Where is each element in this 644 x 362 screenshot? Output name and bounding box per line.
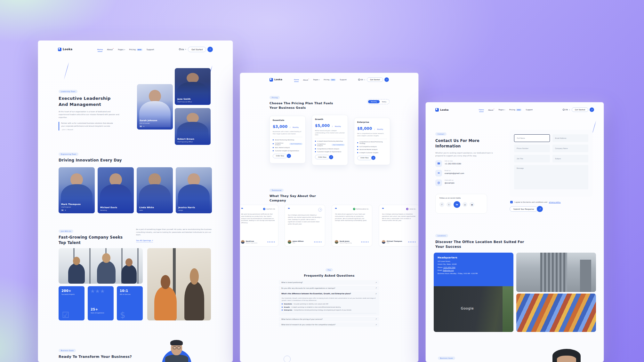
company-field[interactable] — [552, 145, 588, 152]
nav-item-pricing[interactable]: PricingNEW — [129, 48, 142, 51]
twitter-icon[interactable]: t — [447, 202, 451, 207]
nav-item-pages[interactable]: Pages▾ — [498, 109, 505, 111]
team-card[interactable]: Linda White Sales — [137, 167, 173, 213]
section-title: Choose The Pricing Plan That Fuels Your … — [270, 101, 340, 110]
order-now-button[interactable]: Order Now — [315, 155, 330, 159]
nav-item-about[interactable]: About* — [303, 78, 309, 81]
x-icon[interactable]: X — [143, 126, 144, 127]
nav-about-label: About — [488, 109, 493, 111]
linkedin-icon[interactable]: in — [61, 209, 64, 211]
arrow-circle-button[interactable]: ↗ — [287, 154, 291, 158]
toggle-monthly[interactable]: Monthly — [368, 100, 379, 103]
member-role: Chief Engineer — [61, 206, 81, 208]
agree-checkbox[interactable]: ✓ — [510, 201, 513, 203]
instagram-icon[interactable]: ◎ — [463, 202, 467, 207]
office-phone-link[interactable]: (123) 456-7890 — [443, 267, 455, 268]
member-role: Chief Financial Officer — [177, 101, 192, 103]
nav-item-pages[interactable]: Pages▾ — [313, 79, 320, 81]
full-name-field[interactable] — [514, 134, 550, 142]
submit-button[interactable]: Submit Your Response — [510, 206, 538, 212]
author-role: Head of Operations — [246, 242, 257, 244]
author-role: CEO — [293, 242, 303, 244]
globe-icon — [358, 79, 360, 81]
arrow-circle-button[interactable]: ↗ — [537, 206, 543, 212]
method-value[interactable]: @example — [445, 182, 455, 184]
team-card[interactable]: Jane Smith Chief Financial Officer — [175, 68, 211, 105]
quote-author: - John C. Maxwell — [61, 129, 116, 130]
faq-item[interactable]: What factors influence the pricing of yo… — [279, 317, 379, 321]
nav-item-support[interactable]: Support — [526, 109, 533, 111]
method-value[interactable]: +1-202-555-0190 — [445, 163, 461, 165]
nav-item-home[interactable]: Home — [97, 48, 103, 51]
carousel-arrow-button[interactable]: ↗ — [318, 208, 322, 212]
linkedin-icon[interactable]: in — [140, 125, 142, 127]
see-all-openings-link[interactable]: See All Openings ↗ — [136, 240, 153, 242]
faq-item-expanded[interactable]: What's the difference between the Essent… — [279, 291, 379, 296]
nav-item-home[interactable]: Home — [294, 79, 299, 81]
privacy-policy-link[interactable]: privacy policy. — [549, 201, 561, 203]
nav-item-pricing[interactable]: PricingNEW — [324, 79, 335, 81]
email-field[interactable] — [552, 134, 588, 142]
nav-item-support[interactable]: Support — [147, 48, 154, 51]
quote-icon: ❝ — [382, 208, 384, 211]
nav-item-about[interactable]: About* — [488, 108, 494, 111]
locations-header: Locations Discover The Office Location B… — [435, 232, 531, 249]
social-label: Follow us on social media — [439, 197, 483, 199]
dribbble-icon[interactable]: ◉ — [470, 202, 474, 207]
toggle-yearly[interactable]: Yearly — [380, 100, 389, 103]
stat-label: Years of Experience — [91, 312, 111, 314]
office-email-link[interactable]: fb@looka.com — [443, 270, 454, 271]
submit-row: Submit Your Response ↗ — [510, 206, 543, 212]
method-value[interactable]: example@gmail.com — [445, 172, 464, 174]
get-started-button[interactable]: Get Started — [188, 47, 206, 52]
answer-point-text: In-depth workshop to establish a clear a… — [291, 306, 341, 308]
logo[interactable]: Looka — [58, 48, 72, 51]
order-now-button[interactable]: Order Now — [357, 156, 372, 160]
faq-item[interactable]: What kind of research do you conduct for… — [279, 322, 379, 327]
get-started-button[interactable]: Get Started — [572, 107, 588, 112]
nav-item-support[interactable]: Support — [340, 79, 347, 81]
language-selector[interactable]: EN▾ — [179, 48, 186, 51]
subject-field[interactable] — [552, 155, 588, 162]
language-selector[interactable]: EN▾ — [563, 109, 570, 111]
facebook-icon[interactable]: f — [439, 202, 444, 207]
testimonials-header: Testimonial What They Say About Our Comp… — [270, 186, 321, 203]
nav-pages-label: Pages — [498, 109, 503, 111]
team-card[interactable]: Sarah Johnson CEO & Founder inX — [137, 84, 173, 130]
linkedin-icon[interactable]: in — [454, 201, 460, 208]
plan-name: Growth — [315, 118, 345, 120]
cta-person-photo — [161, 340, 193, 362]
navbar: Looka Home About* Pages▾ PricingNEW Supp… — [240, 73, 418, 86]
nav-item-pages[interactable]: Pages▾ — [118, 48, 125, 51]
logo[interactable]: Looka — [270, 78, 282, 82]
order-now-button[interactable]: Order Now — [273, 154, 287, 158]
arrow-circle-button[interactable]: ↗ — [384, 77, 389, 82]
testimonial-card: ❝ CCoe-Tech Ltd. We were facing operatio… — [240, 205, 278, 247]
nav-item-about[interactable]: About* — [107, 48, 114, 51]
x-icon[interactable]: X — [65, 209, 66, 211]
message-field[interactable] — [514, 165, 588, 189]
faq-item[interactable]: Do you offer any discounts for non-profi… — [279, 286, 379, 290]
arrow-circle-button[interactable]: ↗ — [329, 155, 333, 159]
nav-menu: Home About* Pages▾ PricingNEW Support — [294, 78, 347, 81]
arrow-circle-button[interactable]: ↗ — [590, 107, 594, 112]
team-card[interactable]: Jessica Harris Design — [176, 167, 212, 213]
nav-item-pricing[interactable]: PricingNEW — [509, 109, 522, 111]
faq-item[interactable]: What is brand positioning?↗ — [279, 280, 379, 285]
arrow-circle-button[interactable]: ↗ — [371, 156, 375, 160]
chevron-down-icon: ▾ — [124, 49, 125, 51]
rating-stars: ★★★★★ — [314, 241, 322, 243]
team-card[interactable]: Michael Davis Marketing — [98, 167, 134, 213]
team-card[interactable]: Robert Brown Chief Operating Officer — [175, 108, 211, 145]
billing-toggle[interactable]: Monthly Yearly — [367, 99, 390, 104]
team-card[interactable]: Mark Thompson Chief Engineer inX — [59, 167, 95, 213]
language-selector[interactable]: EN▾ — [358, 79, 365, 81]
cta-section: Business Goals Ready To Transform Your B… — [59, 346, 132, 359]
logo[interactable]: Looka — [435, 108, 449, 112]
get-started-button[interactable]: Get Started — [367, 77, 383, 82]
nav-item-home[interactable]: Home — [479, 109, 484, 111]
arrow-circle-button[interactable]: ↗ — [207, 47, 213, 52]
job-title-field[interactable] — [514, 155, 550, 162]
author-role: Head of Engineering — [340, 242, 352, 244]
phone-field[interactable] — [514, 145, 550, 152]
